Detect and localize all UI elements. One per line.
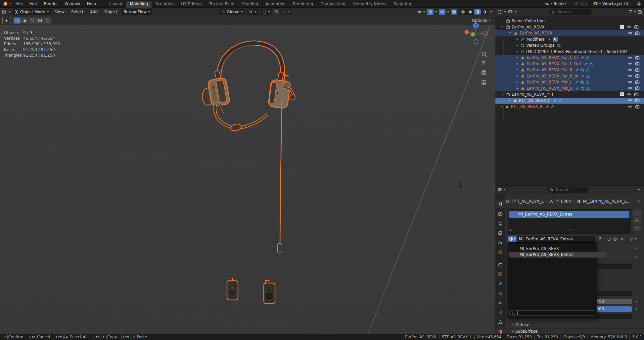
hide-eye-icon[interactable] <box>628 80 632 84</box>
transform-orientation-selector[interactable]: Global <box>219 9 245 15</box>
outliner-row-object-earpro[interactable]: EarPro_AS_REVX <box>495 30 644 36</box>
value-field-partial[interactable] <box>595 264 632 269</box>
collapse-chevron-icon[interactable] <box>517 38 518 40</box>
scene-browse-chevron-icon[interactable] <box>550 3 552 4</box>
add-workspace-button[interactable]: + <box>415 1 425 8</box>
app-menu-chevron-icon[interactable] <box>9 3 11 4</box>
tab-rendering[interactable]: Rendering <box>289 1 317 8</box>
slot-list-expand-icon[interactable] <box>510 229 512 231</box>
retopoflow-menu[interactable]: RetopoFlow <box>121 9 152 15</box>
menu-view[interactable]: View <box>53 9 67 15</box>
visibility-chevron-icon[interactable] <box>423 11 425 13</box>
slot-specials-button[interactable] <box>633 225 641 231</box>
shading-material-button[interactable] <box>474 9 481 15</box>
editor-type-icon[interactable] <box>2 10 7 14</box>
breadcrumb-data[interactable]: PTT.004 <box>555 199 571 204</box>
shading-solid-button[interactable] <box>467 9 474 15</box>
disable-render-camera-icon[interactable] <box>635 80 640 84</box>
disable-render-camera-icon[interactable] <box>634 92 639 97</box>
material-filter-button[interactable] <box>629 237 637 241</box>
value-field-partial[interactable] <box>595 291 632 296</box>
select-mode-new[interactable] <box>14 18 21 24</box>
filter-funnel-icon[interactable] <box>628 10 633 14</box>
expand-chevron-icon[interactable] <box>501 94 503 95</box>
collapse-chevron-icon[interactable] <box>517 44 518 46</box>
tab-render[interactable] <box>496 210 505 218</box>
menu-add[interactable]: Add <box>88 9 100 15</box>
hide-eye-icon[interactable] <box>628 98 632 103</box>
breadcrumb-object[interactable]: PTT_AS_REVX_L <box>512 199 544 204</box>
snap-toggle[interactable] <box>247 9 258 15</box>
tab-compositing[interactable]: Compositing <box>317 1 349 8</box>
tab-layout[interactable]: Layout <box>106 1 126 8</box>
value-field-450[interactable]: 450 <box>595 299 632 304</box>
properties-editor-chevron-icon[interactable] <box>503 189 505 190</box>
editor-type-chevron-icon[interactable] <box>9 11 11 13</box>
pin-icon[interactable] <box>574 2 578 6</box>
blender-logo-icon[interactable] <box>3 1 8 7</box>
expand-chevron-icon[interactable] <box>509 32 511 34</box>
tab-particles[interactable] <box>496 289 505 298</box>
select-mode-difference[interactable] <box>36 18 43 24</box>
outliner-row-ear-r-in[interactable]: EarPro_AS_REVX_Ear_R_In <box>495 73 644 79</box>
outliner-search-input[interactable] <box>557 9 590 15</box>
add-material-slot-button[interactable]: + <box>633 210 641 216</box>
tab-object[interactable] <box>496 270 505 278</box>
axis-x-negative[interactable] <box>465 30 469 34</box>
ptt-unit-right[interactable] <box>264 280 275 304</box>
disable-render-camera-icon[interactable] <box>635 104 640 109</box>
outliner-row-ptt-r[interactable]: PTT_AS_REVX_R <box>495 104 644 110</box>
viewport-background[interactable] <box>0 25 495 334</box>
hide-eye-icon[interactable] <box>628 73 632 78</box>
shading-chevron-icon[interactable] <box>490 11 492 13</box>
hide-eye-icon[interactable] <box>628 104 632 109</box>
hide-eye-icon[interactable] <box>628 68 632 72</box>
material-name-field[interactable]: MI_EarPro_AS_REVX_Extras <box>517 236 595 242</box>
collapse-chevron-icon[interactable] <box>517 81 518 83</box>
fake-user-shield-button[interactable] <box>606 236 612 242</box>
tab-output[interactable] <box>496 219 505 228</box>
disable-render-camera-icon[interactable] <box>635 31 640 35</box>
tab-world[interactable] <box>496 248 505 257</box>
tab-view-layer[interactable] <box>496 229 505 237</box>
outliner-row-modifiers[interactable]: Modifiers <box>495 36 644 43</box>
mode-selector[interactable]: Object Mode <box>13 9 51 15</box>
disable-render-camera-icon[interactable] <box>635 73 640 78</box>
filter-mode-chevron-icon[interactable] <box>515 11 517 13</box>
sidebar-toggle-chevron-icon[interactable] <box>1 33 2 35</box>
view-layer-browse-chevron-icon[interactable] <box>599 3 601 4</box>
new-material-copy-button[interactable] <box>612 236 619 242</box>
collapse-chevron-icon[interactable] <box>517 87 518 89</box>
value-field-000[interactable]: 000 <box>595 306 632 312</box>
tab-shading[interactable]: Shading <box>238 1 262 8</box>
hide-eye-icon[interactable] <box>628 31 632 35</box>
shading-wireframe-button[interactable] <box>459 9 466 15</box>
menu-object[interactable]: Object <box>102 9 119 15</box>
tab-collection[interactable] <box>496 260 505 269</box>
disable-render-camera-icon[interactable] <box>635 61 640 66</box>
outliner-row-ptt-l[interactable]: PTT_AS_REVX_L <box>495 98 644 104</box>
collapse-chevron-icon[interactable] <box>517 51 518 53</box>
new-collection-icon[interactable] <box>637 10 642 14</box>
outliner-row-mic-r[interactable]: EarPro_AS_REVX_Mic_R <box>495 85 644 92</box>
value-field-partial[interactable] <box>595 314 632 319</box>
unlink-material-button[interactable] <box>619 236 625 242</box>
collapse-chevron-icon[interactable] <box>517 69 518 71</box>
scene-icon[interactable] <box>545 2 549 6</box>
zoom-icon[interactable] <box>482 52 487 57</box>
camera-view-icon[interactable] <box>482 71 486 74</box>
unlink-icon[interactable] <box>629 2 633 5</box>
resize-grip-icon[interactable] <box>635 246 639 249</box>
collapse-chevron-icon[interactable] <box>501 106 502 108</box>
shading-rendered-button[interactable] <box>481 9 488 15</box>
viewport-3d[interactable]: Object Mode View Select Add Object Retop… <box>0 8 496 334</box>
hide-eye-icon[interactable] <box>628 86 632 90</box>
resize-grip-icon[interactable] <box>635 256 639 259</box>
new-view-layer-icon[interactable] <box>636 1 641 6</box>
snap-target-selector[interactable] <box>260 9 272 15</box>
dropdown-item-revx-extras[interactable]: MI_EarPro_AS_REVX_Extras <box>509 252 606 258</box>
outliner-row-ear-l-out[interactable]: EarPro_AS_REVX_Ear_L_Out <box>495 61 644 67</box>
browse-material-button[interactable] <box>508 236 517 242</box>
visibility-eye-icon[interactable] <box>417 10 422 14</box>
material-slot-item[interactable]: MI_EarPro_AS_REVX_Extras <box>509 211 629 218</box>
